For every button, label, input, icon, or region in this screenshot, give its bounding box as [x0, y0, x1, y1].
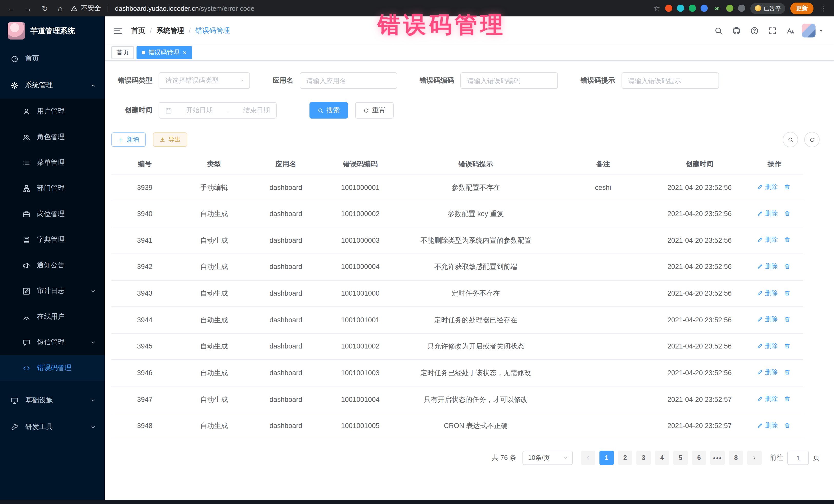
app-name-input[interactable]	[300, 72, 397, 89]
pager-more-button[interactable]: ●●●	[710, 451, 725, 465]
goto-page-input[interactable]	[787, 451, 809, 465]
error-code-input[interactable]	[460, 72, 558, 89]
close-icon[interactable]: ×	[183, 49, 186, 56]
cell-code: 1001000003	[322, 227, 399, 254]
back-icon[interactable]: ←	[7, 4, 14, 12]
breadcrumb-item[interactable]: 首页	[131, 26, 145, 35]
github-button[interactable]	[729, 23, 744, 38]
page-button[interactable]: 2	[618, 451, 632, 465]
user-avatar[interactable]	[802, 24, 824, 38]
ext-grid-icon[interactable]	[701, 5, 708, 12]
page-button[interactable]: 1	[599, 451, 614, 465]
date-range-picker[interactable]: 开始日期 - 结束日期	[159, 102, 277, 118]
paused-badge[interactable]: 已暂停	[750, 3, 785, 14]
delete-button[interactable]	[784, 263, 792, 269]
logo-row[interactable]: 芋道管理系统	[0, 17, 105, 45]
delete-button[interactable]	[784, 210, 792, 216]
ext-dot-icon[interactable]	[665, 5, 672, 12]
ext-drop-icon[interactable]	[677, 5, 684, 12]
sms-icon	[23, 338, 30, 346]
refresh-table-button[interactable]	[804, 132, 820, 147]
sidebar-item[interactable]: 系统管理	[0, 72, 105, 98]
sidebar-item[interactable]: 审计日志	[0, 278, 105, 304]
search-button[interactable]: 搜索	[309, 102, 348, 118]
prev-page-button[interactable]	[581, 451, 595, 465]
delete-button[interactable]	[784, 290, 792, 296]
page-button[interactable]: 3	[636, 451, 651, 465]
question-icon	[750, 26, 759, 35]
edit-button[interactable]: 删除	[757, 288, 778, 298]
search-button[interactable]	[711, 23, 726, 38]
page-button[interactable]: 8	[729, 451, 743, 465]
table-body: 3939手动编辑dashboard1001000001参数配置不存在ceshi2…	[111, 174, 803, 439]
edit-button[interactable]: 删除	[757, 182, 778, 192]
page-button[interactable]: 4	[655, 451, 669, 465]
sidebar-item[interactable]: 通知公告	[0, 253, 105, 278]
edit-button[interactable]: 删除	[757, 209, 778, 218]
edit-button[interactable]: 删除	[757, 421, 778, 430]
delete-icon	[784, 237, 790, 243]
delete-button[interactable]	[784, 316, 792, 322]
kebab-menu-icon[interactable]: ⋮	[819, 4, 828, 12]
sidebar-item[interactable]: 字典管理	[0, 227, 105, 253]
edit-button[interactable]: 删除	[757, 314, 778, 324]
ext-switch-icon[interactable]: on	[712, 5, 722, 12]
sidebar-item[interactable]: 短信管理	[0, 329, 105, 355]
delete-button[interactable]	[784, 184, 792, 190]
bookmark-star-icon[interactable]: ☆	[654, 4, 660, 12]
reload-icon[interactable]: ↻	[42, 4, 48, 12]
edit-button[interactable]: 删除	[757, 368, 778, 377]
delete-button[interactable]	[784, 369, 792, 375]
sidebar-item[interactable]: 菜单管理	[0, 150, 105, 176]
edit-button[interactable]: 删除	[757, 394, 778, 403]
sidebar-item-label: 用户管理	[37, 107, 65, 116]
sidebar-item[interactable]: 角色管理	[0, 124, 105, 150]
update-button[interactable]: 更新	[790, 2, 813, 14]
page-button[interactable]: 6	[692, 451, 706, 465]
toggle-search-button[interactable]	[783, 132, 798, 147]
fullscreen-button[interactable]	[765, 23, 780, 38]
ext-check-icon[interactable]	[689, 5, 696, 12]
sidebar-item[interactable]: 在线用户	[0, 304, 105, 329]
export-button[interactable]: 导出	[153, 132, 187, 147]
edit-button[interactable]: 删除	[757, 341, 778, 351]
forward-icon[interactable]: →	[24, 4, 32, 12]
reset-button[interactable]: 重置	[355, 102, 394, 118]
home-icon[interactable]: ⌂	[58, 4, 62, 12]
sidebar-item[interactable]: 岗位管理	[0, 201, 105, 227]
add-button[interactable]: 新增	[111, 132, 146, 147]
cell-memo	[553, 307, 653, 333]
delete-button[interactable]	[784, 422, 792, 428]
caret-down-icon	[819, 28, 824, 33]
address-bar[interactable]: 不安全 | dashboard.yudao.iocoder.cn/system/…	[70, 4, 254, 13]
sidebar-item[interactable]: 用户管理	[0, 98, 105, 124]
sidebar-item-label: 系统管理	[25, 81, 53, 90]
hamburger-icon[interactable]	[113, 26, 123, 35]
breadcrumb-item[interactable]: 系统管理	[156, 26, 184, 35]
cell-id: 3940	[111, 201, 178, 227]
edit-button[interactable]: 删除	[757, 235, 778, 245]
error-type-select[interactable]: 请选择错误码类型	[159, 72, 250, 89]
page-size-select[interactable]: 10条/页	[523, 451, 573, 465]
sidebar-item[interactable]: 部门管理	[0, 176, 105, 201]
view-tab[interactable]: 首页	[111, 46, 134, 59]
delete-icon	[784, 369, 790, 375]
sidebar-item[interactable]: 研发工具	[0, 414, 105, 440]
delete-button[interactable]	[784, 396, 792, 402]
delete-button[interactable]	[784, 237, 792, 243]
cell-msg: 参数配置 key 重复	[399, 201, 553, 227]
next-page-button[interactable]	[747, 451, 762, 465]
sidebar-item[interactable]: 首页	[0, 45, 105, 72]
edit-button[interactable]: 删除	[757, 262, 778, 271]
delete-button[interactable]	[784, 343, 792, 349]
sidebar-item[interactable]: 错误码管理	[0, 355, 105, 381]
ext-leaf-icon[interactable]	[726, 5, 733, 12]
view-tab[interactable]: 错误码管理×	[136, 46, 192, 59]
menu-list-icon	[23, 159, 30, 167]
error-msg-input[interactable]	[621, 72, 719, 89]
ext-pin-icon[interactable]	[738, 5, 745, 12]
question-button[interactable]	[747, 23, 762, 38]
page-button[interactable]: 5	[673, 451, 688, 465]
font-size-button[interactable]	[783, 23, 797, 38]
sidebar-item[interactable]: 基础设施	[0, 387, 105, 414]
